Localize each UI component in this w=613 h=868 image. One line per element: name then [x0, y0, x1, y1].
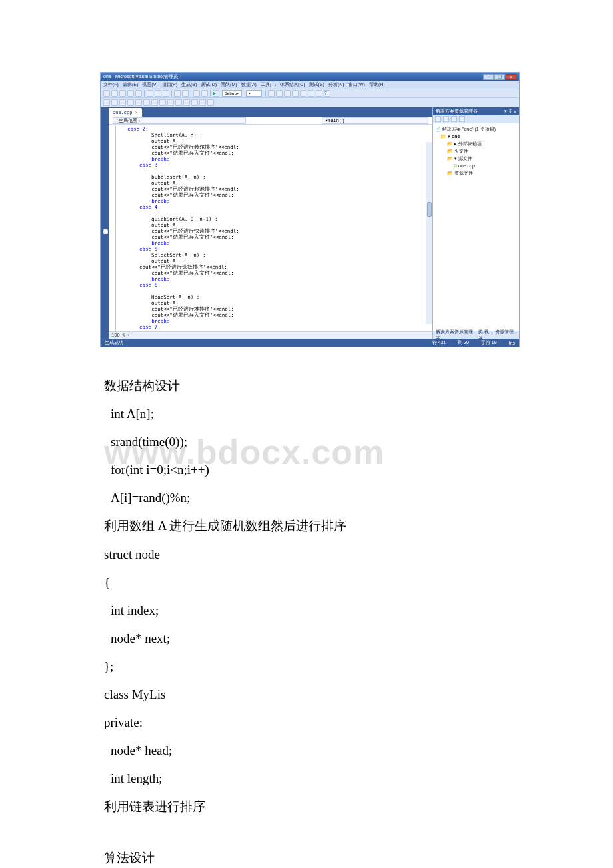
find-button[interactable] — [268, 90, 275, 97]
toolbar-main: ▶ Debug ▾ ▾ ? — [101, 89, 519, 98]
tree-folder-resource[interactable]: 资源文件 — [435, 169, 517, 177]
document-tab[interactable]: one.cpp × — [109, 108, 142, 117]
ide-window: one - Microsoft Visual Studio(管理员) − ▢ ×… — [100, 72, 520, 347]
toolbar-separator — [171, 90, 172, 97]
tree-file-cpp[interactable]: one.cpp — [435, 162, 517, 169]
tool-button[interactable] — [151, 99, 158, 106]
vertical-scrollbar[interactable] — [426, 142, 432, 324]
add-item-button[interactable] — [111, 90, 118, 97]
tool-button[interactable] — [103, 99, 110, 106]
toolbar-separator — [210, 90, 211, 97]
comment-button[interactable] — [276, 90, 283, 97]
toolbar-misc-button[interactable] — [300, 90, 306, 97]
tool-button[interactable] — [135, 99, 142, 106]
menu-file[interactable]: 文件(F) — [103, 81, 119, 88]
tool-button[interactable] — [199, 99, 206, 106]
bookmark-button[interactable] — [292, 90, 299, 97]
heading-data-structure: 数据结构设计 — [104, 374, 509, 398]
tab-close-icon[interactable]: × — [135, 110, 137, 115]
undo-button[interactable] — [174, 90, 181, 97]
menu-test[interactable]: 测试(S) — [309, 81, 324, 88]
tool-button[interactable] — [191, 99, 198, 106]
server-explorer-tab[interactable]: 服务器资源管理器 — [101, 107, 109, 339]
copy-button[interactable] — [155, 90, 161, 97]
tool-button[interactable] — [159, 99, 166, 106]
panel-tool-button[interactable] — [459, 116, 465, 122]
menu-team[interactable]: 团队(M) — [221, 81, 237, 88]
status-ready: 生成成功 — [105, 339, 123, 346]
toolbar-separator — [265, 90, 266, 97]
panel-close-icon[interactable]: × — [514, 109, 516, 114]
scrollbar-thumb[interactable] — [427, 202, 432, 217]
panel-pin-icon[interactable]: ↧ — [508, 109, 512, 114]
document-body: www.bdocx.com 数据结构设计 int A[n]; srand(tim… — [104, 374, 509, 868]
zoom-dropdown-icon[interactable]: ▾ — [127, 333, 130, 338]
panel-dropdown-icon[interactable]: ▾ — [504, 109, 507, 114]
close-button[interactable]: × — [506, 74, 516, 80]
menu-view[interactable]: 视图(V) — [142, 81, 157, 88]
menu-help[interactable]: 帮助(H) — [369, 81, 385, 88]
tool-button[interactable] — [207, 99, 214, 106]
panel-tool-button[interactable] — [451, 116, 457, 122]
tree-folder-ext[interactable]: ▸ 外部依赖项 — [435, 140, 517, 147]
tool-button[interactable] — [175, 99, 182, 106]
save-all-button[interactable] — [135, 90, 142, 97]
status-ins: Ins — [509, 341, 515, 345]
menu-arch[interactable]: 体系结构(C) — [280, 81, 305, 88]
tool-button[interactable] — [183, 99, 190, 106]
menu-analyze[interactable]: 分析(N) — [328, 81, 344, 88]
toolbar-misc-button[interactable] — [308, 90, 314, 97]
cut-button[interactable] — [147, 90, 153, 97]
nav-fwd-button[interactable] — [201, 90, 208, 97]
menu-build[interactable]: 生成(B) — [181, 81, 197, 88]
code-line: { — [104, 571, 509, 595]
new-project-button[interactable] — [103, 90, 110, 97]
panel-tool-button[interactable] — [435, 116, 441, 122]
help-button[interactable]: ? — [324, 90, 330, 97]
panel-toolbar — [433, 115, 519, 123]
scope-right-combo[interactable]: ▾ main() — [322, 117, 428, 124]
minimize-button[interactable]: − — [483, 74, 494, 80]
code-line: node* next; — [104, 627, 509, 651]
toolbar-secondary — [101, 98, 519, 107]
menu-tools[interactable]: 工具(T) — [261, 81, 276, 88]
menu-edit[interactable]: 编辑(E) — [123, 81, 138, 88]
scope-left-combo[interactable]: (全局范围) — [113, 117, 246, 124]
menu-data[interactable]: 数据(A) — [241, 81, 257, 88]
toolbar-misc-button[interactable] — [316, 90, 322, 97]
code-line: srand(time(0)); — [104, 430, 509, 454]
start-debug-button[interactable]: ▶ — [213, 90, 219, 97]
tool-button[interactable] — [119, 99, 126, 106]
maximize-button[interactable]: ▢ — [494, 74, 505, 80]
code-line: }; — [104, 655, 509, 679]
panel-bottom-tabs: 解决方案资源管理器 类 视… 资源管理器 — [433, 331, 519, 339]
panel-tool-button[interactable] — [443, 116, 449, 122]
paste-button[interactable] — [163, 90, 169, 97]
code-editor[interactable]: case 2: ShellSort(A, n) ; output(A) ; co… — [109, 125, 432, 331]
tool-button[interactable] — [167, 99, 174, 106]
zoom-value[interactable]: 100 % — [111, 333, 125, 338]
platform-combo[interactable]: ▾ — [246, 90, 262, 97]
text-line: 利用链表进行排序 — [104, 795, 509, 819]
status-col: 列 20 — [458, 339, 469, 346]
panel-title-label: 解决方案资源管理器 — [436, 108, 478, 115]
tree-folder-source[interactable]: ▾ 源文件 — [435, 155, 517, 162]
code-line: node* head; — [104, 739, 509, 763]
menu-window[interactable]: 窗口(W) — [348, 81, 365, 88]
tree-folder-header[interactable]: 头文件 — [435, 147, 517, 155]
tree-project-node[interactable]: ▾ one — [435, 133, 517, 140]
menu-project[interactable]: 项目(P) — [162, 81, 177, 88]
tool-button[interactable] — [111, 99, 118, 106]
tree-solution-node[interactable]: 解决方案 "one" (1 个项目) — [435, 125, 517, 133]
save-button[interactable] — [127, 90, 134, 97]
uncomment-button[interactable] — [284, 90, 291, 97]
code-line: for(int i=0;i<n;i++) — [104, 458, 509, 482]
redo-button[interactable] — [182, 90, 189, 97]
solution-tree[interactable]: 解决方案 "one" (1 个项目) ▾ one ▸ 外部依赖项 头文件 ▾ 源… — [433, 123, 519, 331]
config-combo[interactable]: Debug ▾ — [222, 90, 242, 97]
tool-button[interactable] — [127, 99, 134, 106]
tool-button[interactable] — [143, 99, 150, 106]
nav-back-button[interactable] — [193, 90, 200, 97]
menu-debug[interactable]: 调试(D) — [201, 81, 217, 88]
open-button[interactable] — [119, 90, 126, 97]
